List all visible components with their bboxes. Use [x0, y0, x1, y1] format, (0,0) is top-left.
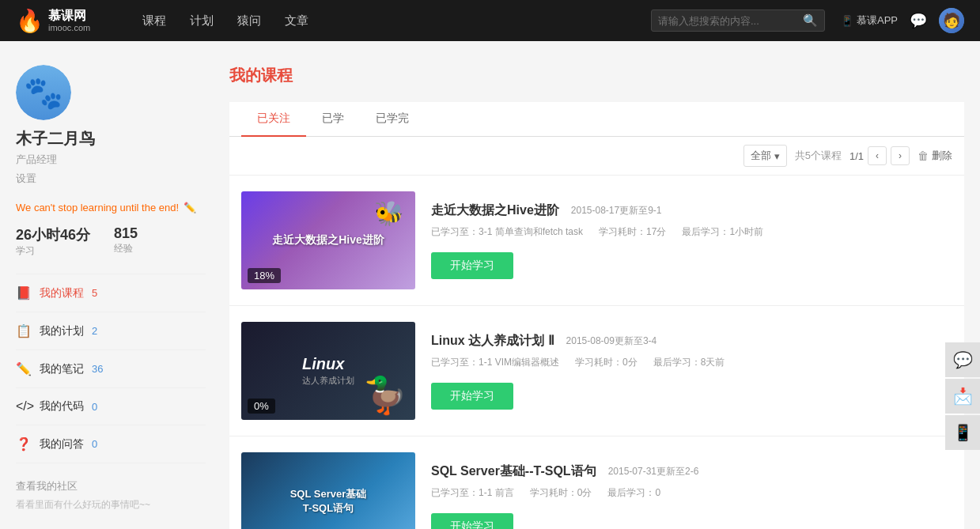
- courses-icon: 📕: [16, 285, 32, 300]
- smurf-avatar-img: 🐾: [16, 65, 71, 120]
- user-stats: 26小时46分 学习 815 经验: [16, 225, 206, 258]
- tab-completed[interactable]: 已学完: [360, 102, 425, 137]
- plans-label: 我的计划: [40, 324, 84, 338]
- logo-text: 慕课网 imooc.com: [48, 9, 90, 32]
- code-count: 0: [92, 401, 97, 413]
- sql-thumb-text: SQL Server基础T-SQL语句: [290, 487, 367, 516]
- next-page-btn[interactable]: ›: [891, 146, 910, 165]
- hive-update: 2015-08-17更新至9-1: [571, 204, 662, 217]
- phone-icon: 📱: [841, 15, 853, 27]
- qa-label: 我的问答: [40, 437, 84, 452]
- duck-icon: 🦆: [363, 374, 407, 416]
- linux-start-btn[interactable]: 开始学习: [431, 383, 513, 410]
- hive-last-study: 最后学习：1小时前: [682, 225, 763, 239]
- search-input[interactable]: [658, 15, 803, 27]
- linux-learned-at: 已学习至：1-1 VIM编辑器概述: [431, 356, 559, 369]
- course-item-linux: Linux 达人养成计划 🦆 0% Linux 达人养成计划 Ⅱ 2015-08…: [229, 306, 964, 436]
- courses-count: 5: [92, 287, 97, 299]
- course-info-sql: SQL Server基础--T-SQL语句 2015-07-31更新至2-6 已…: [431, 463, 952, 530]
- course-item-hive: 🐝 走近大数据之Hive进阶 18% 走近大数据之Hive进阶 2015-08-…: [229, 176, 964, 306]
- search-box[interactable]: 🔍: [651, 9, 825, 32]
- course-meta-linux: 已学习至：1-1 VIM编辑器概述 学习耗时：0分 最后学习：8天前: [431, 356, 952, 369]
- linux-last-study: 最后学习：8天前: [653, 356, 725, 369]
- nav-articles[interactable]: 文章: [285, 10, 308, 32]
- tab-learning[interactable]: 已学: [306, 102, 360, 137]
- sidebar-item-code[interactable]: </> 我的代码 0: [16, 388, 206, 425]
- sql-update: 2015-07-31更新至2-6: [608, 465, 699, 478]
- message-icon[interactable]: 💬: [910, 12, 927, 29]
- linux-thumb-title: Linux: [302, 355, 344, 373]
- course-header-hive: 走近大数据之Hive进阶 2015-08-17更新至9-1: [431, 202, 952, 219]
- dropdown-icon: ▾: [774, 150, 780, 162]
- prev-page-btn[interactable]: ‹: [868, 146, 887, 165]
- linux-study-time: 学习耗时：0分: [575, 356, 638, 369]
- sidebar-item-courses[interactable]: 📕 我的课程 5: [16, 274, 206, 312]
- sidebar-item-qa[interactable]: ❓ 我的问答 0: [16, 425, 206, 463]
- filter-all-label: 全部: [751, 149, 771, 163]
- course-header-sql: SQL Server基础--T-SQL语句 2015-07-31更新至2-6: [431, 463, 952, 480]
- sql-start-btn[interactable]: 开始学习: [431, 513, 513, 530]
- notes-icon: ✏️: [16, 361, 32, 376]
- motto-edit-icon[interactable]: ✏️: [184, 202, 196, 213]
- plans-icon: 📋: [16, 323, 32, 338]
- nav-plans[interactable]: 计划: [190, 10, 214, 32]
- study-time-value: 26小时46分: [16, 225, 90, 244]
- community-sub: 看看里面有什么好玩的事情吧~~: [16, 498, 206, 512]
- filter-bar: 全部 ▾ 共5个课程 1/1 ‹ › 🗑 删除: [229, 137, 964, 176]
- thumbnail-linux: Linux 达人养成计划 🦆 0%: [241, 322, 415, 420]
- course-title-hive[interactable]: 走近大数据之Hive进阶: [431, 202, 559, 219]
- app-download[interactable]: 📱 慕课APP: [841, 13, 898, 28]
- sidebar-item-notes[interactable]: ✏️ 我的笔记 36: [16, 350, 206, 388]
- user-motto: We can't stop learning until the end! ✏️: [16, 202, 206, 213]
- linux-update: 2015-08-09更新至3-4: [566, 334, 657, 348]
- settings-link[interactable]: 设置: [16, 172, 36, 186]
- sql-thumb-bg: SQL Server基础T-SQL语句: [241, 452, 415, 529]
- sql-last-study: 最后学习：0: [607, 486, 660, 500]
- hive-start-btn[interactable]: 开始学习: [431, 252, 513, 279]
- course-info-linux: Linux 达人养成计划 Ⅱ 2015-08-09更新至3-4 已学习至：1-1…: [431, 333, 952, 410]
- user-role: 产品经理: [16, 153, 57, 167]
- float-message-btn[interactable]: 📩: [945, 379, 980, 414]
- community-link[interactable]: 查看我的社区: [16, 479, 206, 493]
- courses-label: 我的课程: [40, 286, 84, 300]
- logo[interactable]: 🔥 慕课网 imooc.com: [16, 8, 111, 34]
- float-mobile-btn[interactable]: 📱: [945, 415, 980, 450]
- thumbnail-hive: 🐝 走近大数据之Hive进阶 18%: [241, 191, 415, 289]
- experience-label: 经验: [114, 242, 138, 255]
- notes-count: 36: [92, 363, 103, 375]
- course-title-sql[interactable]: SQL Server基础--T-SQL语句: [431, 463, 596, 480]
- user-name: 木子二月鸟: [16, 128, 95, 149]
- float-buttons: 💬 📩 📱: [945, 342, 980, 450]
- stat-study-time: 26小时46分 学习: [16, 225, 90, 258]
- sidebar-item-plans[interactable]: 📋 我的计划 2: [16, 312, 206, 350]
- logo-cn: 慕课网: [48, 9, 90, 23]
- tab-followed[interactable]: 已关注: [241, 102, 306, 137]
- delete-label: 删除: [932, 149, 952, 163]
- main-nav: 课程 计划 猿问 文章: [142, 10, 651, 32]
- sql-study-time: 学习耗时：0分: [530, 486, 592, 500]
- flame-icon: 🔥: [16, 8, 44, 34]
- linux-progress-badge: 0%: [248, 399, 275, 414]
- header-actions: 📱 慕课APP 💬 🧑: [841, 8, 964, 33]
- course-title-linux[interactable]: Linux 达人养成计划 Ⅱ: [431, 333, 554, 350]
- linux-thumb-content: Linux 达人养成计划: [294, 347, 362, 395]
- float-chat-btn[interactable]: 💬: [945, 342, 980, 377]
- bee-icon: 🐝: [374, 199, 403, 227]
- main-container: 🐾 木子二月鸟 产品经理 设置 We can't stop learning u…: [0, 41, 980, 529]
- delete-icon: 🗑: [918, 149, 929, 162]
- page-title: 我的课程: [229, 65, 964, 86]
- course-info-hive: 走近大数据之Hive进阶 2015-08-17更新至9-1 已学习至：3-1 简…: [431, 202, 952, 279]
- motto-text: We can't stop learning until the end!: [16, 202, 179, 213]
- filter-all-select[interactable]: 全部 ▾: [744, 145, 787, 167]
- delete-btn[interactable]: 🗑 删除: [918, 149, 952, 163]
- course-item-sql: SQL Server基础T-SQL语句 SQL Server基础--T-SQL语…: [229, 436, 964, 529]
- nav-questions[interactable]: 猿问: [237, 10, 261, 32]
- qa-icon: ❓: [16, 436, 32, 452]
- content-area: 我的课程 已关注 已学 已学完 全部 ▾ 共5个课程 1/1 ‹ › 🗑 删除: [229, 65, 964, 529]
- app-label: 慕课APP: [857, 13, 898, 28]
- course-meta-hive: 已学习至：3-1 简单查询和fetch task 学习耗时：17分 最后学习：1…: [431, 225, 952, 239]
- pagination: 1/1 ‹ ›: [849, 146, 910, 165]
- user-avatar-header[interactable]: 🧑: [939, 8, 964, 33]
- nav-courses[interactable]: 课程: [142, 10, 166, 32]
- search-icon[interactable]: 🔍: [803, 13, 818, 28]
